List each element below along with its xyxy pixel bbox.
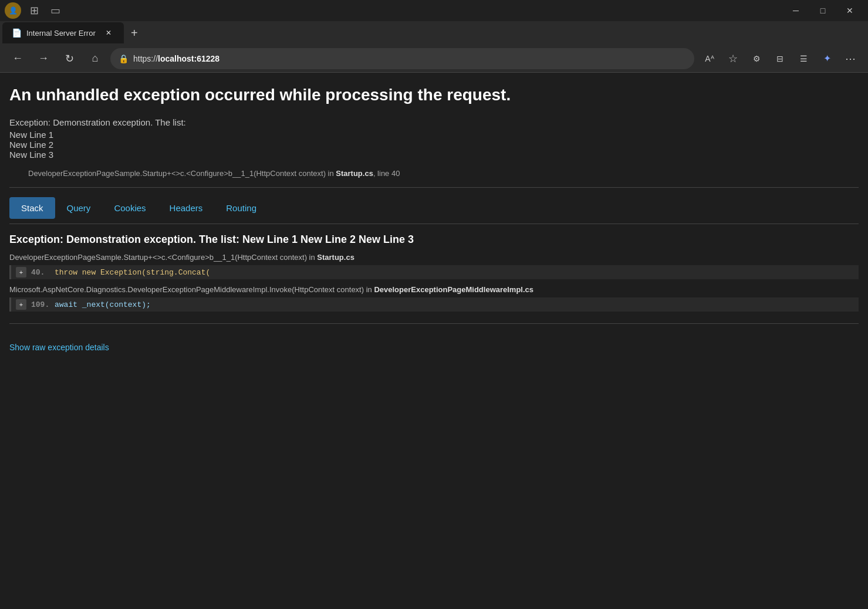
expand-btn-2[interactable]: + xyxy=(16,299,26,310)
page-main-heading: An unhandled exception occurred while pr… xyxy=(9,84,859,106)
tab-bar: 📄 Internal Server Error ✕ + xyxy=(0,21,868,45)
window-controls: ─ □ ✕ xyxy=(782,0,863,21)
tab-query[interactable]: Query xyxy=(55,197,103,219)
tab-title: Internal Server Error xyxy=(26,29,96,38)
new-line-2: New Line 2 xyxy=(9,140,859,150)
address-host: localhost xyxy=(158,54,194,63)
tab-routing[interactable]: Routing xyxy=(214,197,268,219)
divider-2 xyxy=(9,323,859,324)
tab-favicon: 📄 xyxy=(12,28,22,38)
new-line-1: New Line 1 xyxy=(9,130,859,140)
lock-icon: 🔒 xyxy=(119,54,129,63)
close-button[interactable]: ✕ xyxy=(836,0,863,21)
forward-button[interactable]: → xyxy=(33,48,54,69)
tab-headers[interactable]: Headers xyxy=(158,197,215,219)
stack-entry-1-pre: DeveloperExceptionPageSample.Startup+<>c… xyxy=(9,253,317,262)
stack-entry-2-file: DeveloperExceptionPageMiddlewareImpl.cs xyxy=(374,285,533,294)
nav-bar: ← → ↻ ⌂ 🔒 https://localhost:61228 Aᴬ ☆ ⚙… xyxy=(0,45,868,73)
collections-button[interactable]: ⊟ xyxy=(769,48,791,69)
favorites-button[interactable]: ☆ xyxy=(722,48,744,69)
extensions-button[interactable]: ⚙ xyxy=(746,48,767,69)
divider-1 xyxy=(9,187,859,188)
maximize-button[interactable]: □ xyxy=(809,0,836,21)
code-text-2: await _next(context); xyxy=(55,300,151,309)
stack-entry-1-file: Startup.cs xyxy=(317,253,354,262)
tab-stack[interactable]: Stack xyxy=(9,197,55,219)
stack-entry-2: Microsoft.AspNetCore.Diagnostics.Develop… xyxy=(9,285,859,294)
tab-sidebar-icon[interactable]: ▭ xyxy=(47,2,63,19)
code-line-num-2: 109. xyxy=(31,300,55,309)
back-button[interactable]: ← xyxy=(7,48,28,69)
address-text: https://localhost:61228 xyxy=(133,54,686,63)
stack-file: Startup.cs xyxy=(336,169,373,178)
stack-location-pre: DeveloperExceptionPageSample.Startup+<>c… xyxy=(28,169,336,178)
browser-chrome: 👤 ⊞ ▭ ─ □ ✕ 📄 Internal Server Error ✕ + … xyxy=(0,0,868,73)
title-bar-left: 👤 ⊞ ▭ xyxy=(5,2,63,19)
home-button[interactable]: ⌂ xyxy=(85,48,106,69)
address-port: :61228 xyxy=(194,54,220,63)
code-line-1: + 40. throw new Exception(string.Concat( xyxy=(11,265,859,279)
code-block-1: + 40. throw new Exception(string.Concat( xyxy=(9,265,859,279)
active-tab[interactable]: 📄 Internal Server Error ✕ xyxy=(2,22,124,43)
show-raw-link[interactable]: Show raw exception details xyxy=(9,343,109,352)
sidebar-button[interactable]: ☰ xyxy=(793,48,814,69)
tabs-container: Stack Query Cookies Headers Routing xyxy=(9,197,859,219)
new-tab-button[interactable]: + xyxy=(124,22,145,43)
exception-detail-title: Exception: Demonstration exception. The … xyxy=(9,234,859,246)
menu-button[interactable]: ⋯ xyxy=(840,48,861,69)
expand-btn-1[interactable]: + xyxy=(16,267,26,278)
page-content: An unhandled exception occurred while pr… xyxy=(0,73,868,609)
title-bar: 👤 ⊞ ▭ ─ □ ✕ xyxy=(0,0,868,21)
code-block-2: + 109. await _next(context); xyxy=(9,297,859,312)
stack-entry-2-pre: Microsoft.AspNetCore.Diagnostics.Develop… xyxy=(9,285,374,294)
code-line-num-1: 40. xyxy=(31,268,55,277)
code-text-1: throw new Exception(string.Concat( xyxy=(55,268,210,277)
tab-cookies[interactable]: Cookies xyxy=(102,197,157,219)
stack-entry-1: DeveloperExceptionPageSample.Startup+<>c… xyxy=(9,253,859,262)
stack-location: DeveloperExceptionPageSample.Startup+<>c… xyxy=(28,169,859,178)
stack-line: , line 40 xyxy=(373,169,400,178)
exception-intro: Exception: Demonstration exception. The … xyxy=(9,117,859,127)
address-bar[interactable]: 🔒 https://localhost:61228 xyxy=(110,48,694,69)
tab-close-button[interactable]: ✕ xyxy=(103,27,114,39)
stack-panel: Exception: Demonstration exception. The … xyxy=(9,234,859,312)
new-line-3: New Line 3 xyxy=(9,150,859,160)
code-line-2: + 109. await _next(context); xyxy=(11,297,859,312)
tab-divider xyxy=(9,224,859,224)
refresh-button[interactable]: ↻ xyxy=(59,48,80,69)
avatar: 👤 xyxy=(5,2,21,19)
reader-mode-button[interactable]: Aᴬ xyxy=(699,48,720,69)
minimize-button[interactable]: ─ xyxy=(782,0,809,21)
tab-group-icon[interactable]: ⊞ xyxy=(26,2,42,19)
nav-actions: Aᴬ ☆ ⚙ ⊟ ☰ ✦ ⋯ xyxy=(699,48,861,69)
copilot-button[interactable]: ✦ xyxy=(816,48,837,69)
